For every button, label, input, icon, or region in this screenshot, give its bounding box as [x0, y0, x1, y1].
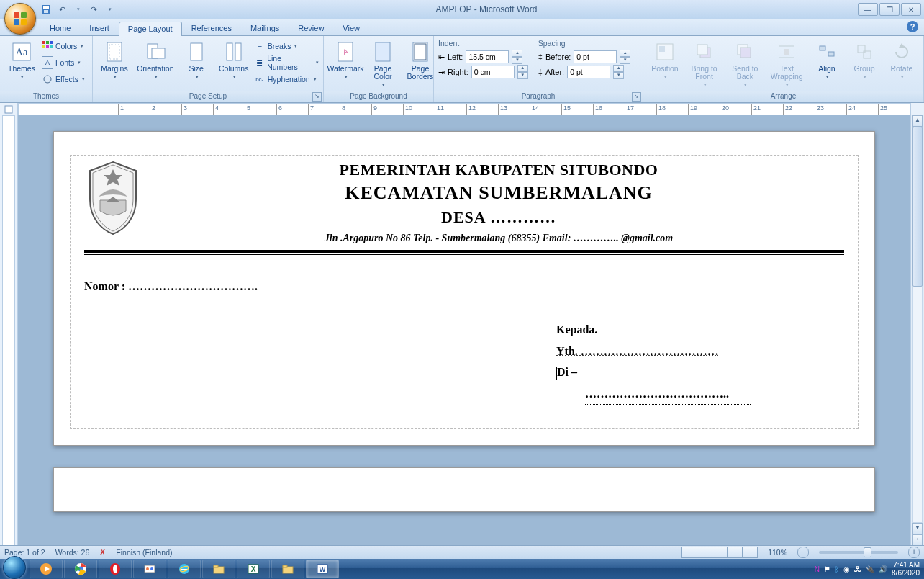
undo-icon[interactable]: ↶ [56, 4, 68, 15]
tab-references[interactable]: References [182, 21, 241, 35]
vertical-scrollbar[interactable]: ▲ ▼ ◦ [910, 115, 924, 546]
orientation-button[interactable]: Orientation [135, 39, 176, 81]
theme-fonts[interactable]: AFonts [42, 55, 85, 70]
hyphenation-button[interactable]: bc-Hyphenation [254, 72, 319, 86]
margins-button[interactable]: Margins [97, 39, 132, 81]
theme-colors[interactable]: Colors [42, 39, 85, 53]
columns-button[interactable]: Columns [217, 39, 251, 81]
svg-rect-5 [43, 6, 49, 9]
view-print-layout[interactable] [681, 547, 697, 558]
save-icon[interactable] [40, 4, 52, 15]
taskbar-opera[interactable] [99, 560, 132, 578]
spacing-before-up[interactable]: ▲ [620, 50, 630, 57]
taskbar-word[interactable]: W [306, 560, 339, 578]
tray-volume-icon[interactable]: 🔊 [879, 565, 887, 573]
zoom-in[interactable]: + [908, 547, 920, 558]
proofing-icon[interactable]: ✗ [99, 548, 106, 557]
crest-logo [84, 161, 142, 235]
zoom-knob[interactable] [864, 547, 871, 557]
svg-rect-38 [828, 52, 834, 56]
indent-right-input[interactable] [471, 66, 515, 78]
taskbar-chrome[interactable] [64, 560, 97, 578]
tray-bluetooth-icon[interactable]: ᛒ [835, 565, 839, 573]
tab-view[interactable]: View [333, 21, 369, 35]
view-outline[interactable] [727, 547, 743, 558]
spacing-before-input[interactable] [574, 50, 617, 63]
taskbar-paint[interactable] [133, 560, 166, 578]
indent-left-up[interactable]: ▲ [512, 50, 522, 57]
view-web-layout[interactable] [712, 547, 728, 558]
ruler-vertical[interactable] [0, 115, 18, 546]
view-draft[interactable] [742, 547, 758, 558]
indent-right-up[interactable]: ▲ [517, 65, 528, 72]
tab-home[interactable]: Home [40, 21, 80, 35]
page-color-button[interactable]: Page Color [366, 39, 400, 89]
svg-rect-10 [46, 41, 49, 44]
watermark-button[interactable]: AWatermark [328, 39, 363, 81]
indent-left-down[interactable]: ▼ [512, 57, 522, 64]
tray-shield-icon[interactable]: ◉ [843, 565, 850, 573]
zoom-slider[interactable] [819, 551, 898, 554]
page-borders-button[interactable]: Page Borders [403, 39, 438, 82]
taskbar-ie[interactable] [168, 560, 201, 578]
size-button[interactable]: Size [179, 39, 214, 81]
start-button[interactable] [0, 559, 29, 579]
tray-onenote-icon[interactable]: N [815, 565, 820, 573]
browse-object[interactable]: ◦ [912, 534, 923, 546]
minimize-button[interactable]: — [858, 3, 878, 16]
spacing-after-up[interactable]: ▲ [613, 65, 624, 72]
indent-right-down[interactable]: ▼ [517, 72, 528, 79]
undo-dropdown[interactable] [72, 4, 83, 15]
line-numbers-button[interactable]: ≣Line Numbers [254, 55, 319, 70]
spacing-title: Spacing [538, 39, 631, 49]
ruler-corner[interactable] [0, 103, 18, 116]
tray-network-icon[interactable]: 🖧 [854, 565, 861, 573]
maximize-button[interactable]: ❐ [879, 3, 900, 16]
document-body[interactable]: Nomor : ……………………………. Kepada. Yth. ………………… [84, 280, 844, 293]
tray-clock[interactable]: 7:41 AM8/6/2020 [892, 561, 920, 577]
status-words[interactable]: Words: 26 [55, 548, 90, 557]
breaks-button[interactable]: ≡Breaks [254, 39, 319, 53]
paragraph-launcher[interactable]: ↘ [632, 92, 641, 102]
tray-power-icon[interactable]: 🔌 [866, 565, 874, 573]
tab-mailings[interactable]: Mailings [241, 21, 289, 35]
help-icon[interactable]: ? [907, 21, 918, 32]
document-canvas[interactable]: PEMERINTAH KABUPATEN SITUBONDO KECAMATAN… [18, 115, 910, 546]
taskbar-excel[interactable]: X [237, 560, 270, 578]
tab-page-layout[interactable]: Page Layout [119, 22, 182, 36]
text-wrapping-button[interactable]: Text Wrapping [766, 39, 807, 89]
indent-left-input[interactable] [466, 50, 509, 63]
send-to-back-button[interactable]: Send to Back [726, 39, 764, 89]
redo-icon[interactable]: ↷ [88, 4, 99, 15]
status-page[interactable]: Page: 1 of 2 [4, 548, 45, 557]
zoom-level[interactable]: 110% [768, 548, 787, 557]
scroll-thumb[interactable] [912, 127, 923, 287]
themes-button[interactable]: Aa Themes [4, 39, 39, 81]
taskbar-folder[interactable] [271, 560, 304, 578]
theme-effects[interactable]: Effects [42, 72, 85, 86]
spacing-after-input[interactable] [567, 66, 610, 78]
group-button[interactable]: Group [847, 39, 882, 81]
taskbar-media-player[interactable] [30, 560, 63, 578]
qat-customize[interactable] [104, 4, 115, 15]
office-button[interactable] [4, 3, 36, 35]
effects-icon [42, 73, 53, 85]
tab-insert[interactable]: Insert [80, 21, 119, 35]
align-button[interactable]: Align [810, 39, 844, 81]
view-full-screen[interactable] [697, 547, 712, 558]
status-language[interactable]: Finnish (Finland) [116, 548, 172, 557]
close-button[interactable]: ✕ [901, 3, 921, 16]
position-button[interactable]: Position [648, 39, 682, 81]
kepada: Kepada. [556, 319, 787, 341]
tab-review[interactable]: Review [289, 21, 333, 35]
rotate-button[interactable]: Rotate [884, 39, 919, 81]
page-setup-launcher[interactable]: ↘ [312, 92, 322, 102]
scroll-down[interactable]: ▼ [912, 523, 923, 534]
spacing-after-down[interactable]: ▼ [613, 72, 624, 79]
bring-to-front-button[interactable]: Bring to Front [685, 39, 723, 89]
spacing-before-down[interactable]: ▼ [620, 57, 630, 64]
scroll-up[interactable]: ▲ [912, 115, 923, 127]
tray-flag-icon[interactable]: ⚑ [824, 565, 830, 573]
taskbar-explorer[interactable] [202, 560, 235, 578]
zoom-out[interactable]: − [797, 547, 809, 558]
